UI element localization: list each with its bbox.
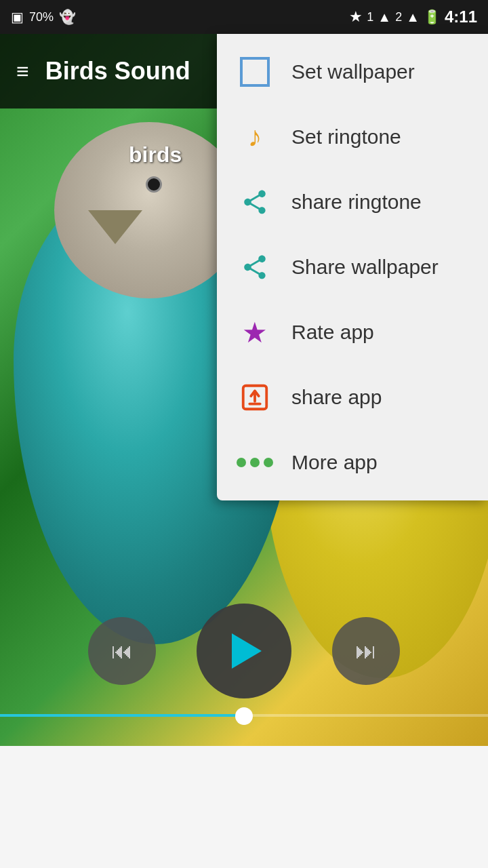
play-icon: [232, 633, 262, 669]
dots-icon: [237, 445, 272, 480]
signal2-icon: ▲: [406, 9, 420, 25]
signal2-label: 2: [395, 10, 402, 24]
share-app-icon: [237, 380, 272, 415]
rate-app-label: Rate app: [291, 321, 374, 344]
previous-button[interactable]: ⏮: [88, 617, 156, 685]
star-status-icon: ★: [349, 8, 363, 26]
wallpaper-icon: [237, 54, 272, 90]
menu-item-set-ringtone[interactable]: ♪ Set ringtone: [217, 104, 488, 170]
more-app-label: More app: [291, 451, 378, 474]
signal1-label: 1: [367, 10, 373, 24]
signal1-icon: ▲: [378, 9, 391, 25]
menu-item-share-wallpaper[interactable]: Share wallpaper: [217, 235, 488, 300]
hamburger-menu[interactable]: ≡: [16, 59, 29, 84]
share-wallpaper-icon: [237, 250, 272, 285]
menu-item-share-app[interactable]: share app: [217, 365, 488, 430]
bird-eye: [146, 176, 162, 193]
progress-fill: [0, 714, 244, 717]
progress-bar[interactable]: [0, 712, 488, 719]
menu-item-rate-app[interactable]: ★ Rate app: [217, 300, 488, 365]
share-app-label: share app: [291, 386, 382, 409]
bottom-area: [0, 746, 488, 868]
time-display: 4:11: [445, 7, 477, 26]
status-bar: ▣ 70% 👻 ★ 1 ▲ 2 ▲ 🔋 4:11: [0, 0, 488, 34]
music-icon: ♪: [237, 119, 272, 155]
progress-track: [0, 714, 488, 717]
play-button[interactable]: [197, 604, 291, 698]
battery-icon: 🔋: [424, 9, 441, 25]
menu-item-more-app[interactable]: More app: [217, 430, 488, 495]
birds-label: birds: [129, 142, 182, 167]
battery-text: 70%: [29, 10, 54, 24]
photo-icon: ▣: [11, 9, 24, 25]
menu-item-share-ringtone[interactable]: share ringtone: [217, 170, 488, 235]
next-icon: ⏭: [355, 639, 377, 664]
bird-beak: [88, 210, 142, 244]
set-wallpaper-label: Set wallpaper: [291, 60, 415, 83]
share-ringtone-icon: [237, 184, 272, 220]
next-button[interactable]: ⏭: [332, 617, 400, 685]
player-controls: ⏮ ⏭: [0, 604, 488, 698]
app-title: Birds Sound: [45, 57, 190, 85]
previous-icon: ⏮: [111, 639, 133, 664]
status-right: ★ 1 ▲ 2 ▲ 🔋 4:11: [349, 7, 477, 26]
android-icon: 👻: [59, 9, 76, 25]
status-left: ▣ 70% 👻: [11, 9, 76, 25]
menu-item-set-wallpaper[interactable]: Set wallpaper: [217, 39, 488, 104]
set-ringtone-label: Set ringtone: [291, 125, 401, 149]
star-icon: ★: [237, 315, 272, 350]
share-ringtone-label: share ringtone: [291, 191, 422, 214]
share-wallpaper-label: Share wallpaper: [291, 256, 439, 279]
dropdown-menu: Set wallpaper ♪ Set ringtone share ringt…: [217, 34, 488, 500]
progress-thumb[interactable]: [235, 707, 253, 725]
